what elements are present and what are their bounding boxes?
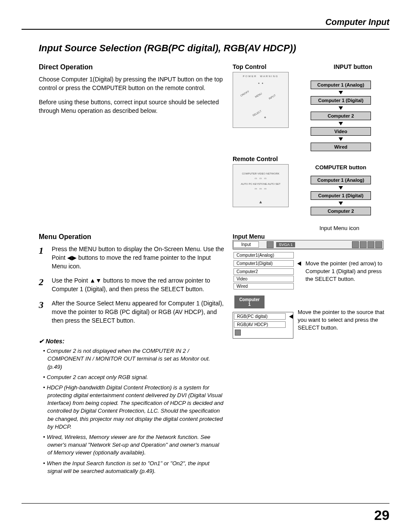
step-number: 2: [39, 277, 52, 293]
source-item: RGB(AV HDCP): [234, 321, 286, 328]
menu-tab: Input: [233, 241, 259, 248]
arrow-down-icon: [339, 122, 343, 125]
input-menu-label: Input Menu: [233, 233, 389, 240]
toolbar-icon: [367, 241, 374, 248]
input-menu-screenshot: Input SVGA 1: [233, 240, 383, 249]
remote-control-label: Remote Control: [233, 156, 389, 162]
notes-heading: Notes:: [39, 338, 224, 345]
chain-item: Video: [311, 127, 371, 136]
section-header: Computer Input: [22, 17, 389, 30]
note-item: When the Input Search function is set to…: [39, 460, 224, 475]
direct-operation-p1: Choose Computer 1(Digital) by pressing t…: [39, 75, 224, 92]
menu-item: Computer1(Analog): [234, 252, 294, 258]
return-icon: [235, 330, 241, 336]
page-number: 29: [374, 507, 389, 523]
note-item: Computer 2 can accept only RGB signal.: [39, 373, 224, 381]
step-number: 3: [39, 299, 52, 325]
arrow-down-icon: [339, 202, 343, 205]
caption-2: Move the pointer to the source that you …: [298, 308, 389, 332]
direct-operation-heading: Direct Operation: [39, 63, 224, 71]
input-menu-icon: [267, 241, 274, 248]
source-item: RGB(PC digital): [234, 313, 286, 320]
toolbar-icon: [352, 241, 359, 248]
step-text: Press the MENU button to display the On-…: [52, 245, 224, 271]
menu-operation-heading: Menu Operation: [39, 233, 224, 241]
pointer-arrow-icon: [297, 261, 301, 266]
step-3: 3 After the Source Select Menu appeared …: [39, 299, 224, 325]
arrow-down-icon: [339, 106, 343, 110]
step-1: 1 Press the MENU button to display the O…: [39, 245, 224, 271]
note-item: HDCP (High-bandwidth Digital Content Pro…: [39, 384, 224, 431]
chain-item: Computer 2: [311, 207, 371, 215]
toolbar-icon: [375, 241, 382, 248]
chain-item: Computer 1 (Analog): [311, 81, 371, 89]
input-chain: Computer 1 (Analog) Computer 1 (Digital)…: [292, 72, 389, 151]
menu-item: Video: [234, 276, 294, 282]
top-control-diagram: POWER WARNING ● ● ON/OFF MENU INPUT SELE…: [233, 72, 289, 128]
chain-item: Computer 1 (Digital): [311, 191, 371, 200]
left-column: Direct Operation Choose Computer 1(Digit…: [39, 63, 224, 478]
chain-item: Computer 2: [311, 112, 371, 120]
footer-rule: [22, 503, 389, 504]
direct-operation-p2: Before using these buttons, correct inpu…: [39, 98, 224, 115]
menu-item: Computer2: [234, 268, 294, 275]
step-text: After the Source Select Menu appeared fo…: [52, 299, 224, 325]
input-menu-icon-label: Input Menu icon: [233, 225, 389, 231]
remote-control-diagram: COMPUTER VIDEO NETWORK ▭ ▭ ▭ AUTO PC KEY…: [233, 164, 289, 207]
source-select-menu: RGB(PC digital) RGB(AV HDCP): [233, 312, 293, 339]
chain-item: Computer 1 (Digital): [311, 96, 371, 105]
computer-button-label: COMPUTER button: [292, 164, 389, 171]
right-column: Top Control INPUT button POWER WARNING ●…: [233, 63, 389, 478]
step-2: 2 Use the Point ▲▼ buttons to move the r…: [39, 277, 224, 293]
arrow-down-icon: [339, 91, 343, 94]
page-title: Input Source Selection (RGB(PC digital),…: [22, 43, 389, 54]
toolbar-icon: [360, 241, 367, 248]
note-item: Wired, Wireless, Memory viewer are for t…: [39, 433, 224, 457]
caption-1: Move the pointer (red arrow) to Computer…: [305, 260, 389, 283]
top-control-label: Top Control: [233, 63, 266, 70]
arrow-down-icon: [339, 137, 343, 141]
input-button-label: INPUT button: [334, 63, 372, 70]
menu-item: Wired: [234, 283, 294, 289]
computer-chain: COMPUTER button Computer 1 (Analog) Comp…: [292, 164, 389, 215]
computer-tab: Computer 1: [234, 296, 265, 308]
chain-item: Computer 1 (Analog): [311, 176, 371, 184]
menu-item-selected: Computer1(Digital): [234, 260, 294, 267]
pointer-arrow-icon: [289, 314, 293, 319]
section-title: Computer Input: [325, 17, 389, 27]
svga-label: SVGA 1: [276, 242, 295, 247]
step-text: Use the Point ▲▼ buttons to move the red…: [52, 277, 224, 293]
chain-item: Wired: [311, 143, 371, 151]
arrow-down-icon: [339, 186, 343, 190]
input-menu-list: Computer1(Analog) Computer1(Digital) Com…: [233, 251, 301, 290]
note-item: Computer 2 is not displayed when the COM…: [39, 347, 224, 371]
step-number: 1: [39, 245, 52, 271]
